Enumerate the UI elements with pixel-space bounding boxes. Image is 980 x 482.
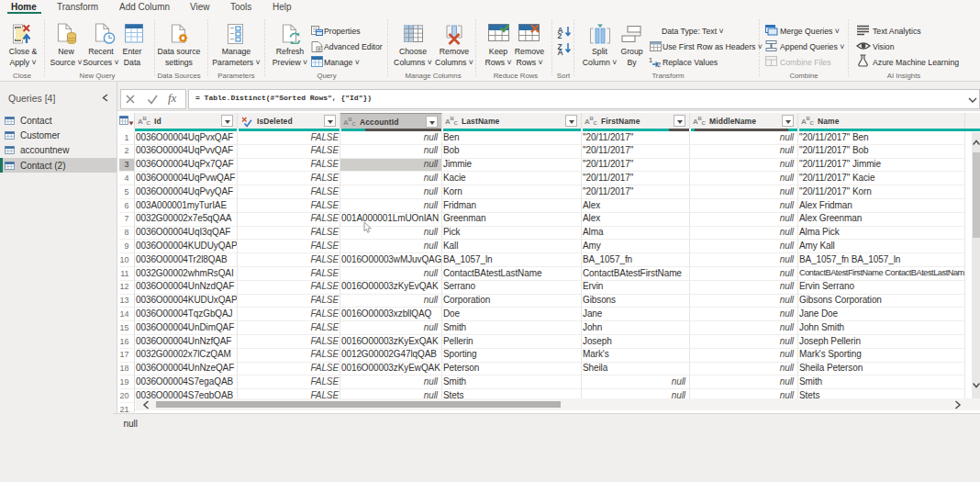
svg-text:2: 2 <box>657 61 661 67</box>
svg-text:1: 1 <box>649 56 652 64</box>
